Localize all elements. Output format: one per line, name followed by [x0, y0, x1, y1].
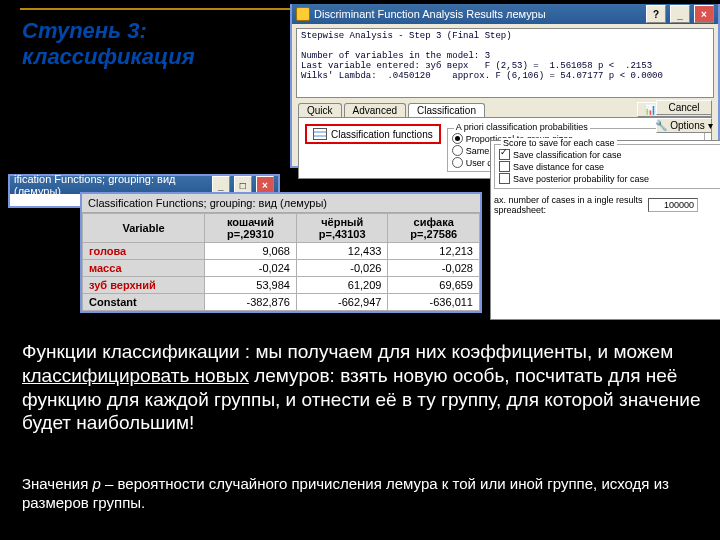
cell: 9,068 — [205, 243, 297, 260]
heading-line1: Ступень 3: — [22, 18, 147, 43]
cell: -0,028 — [388, 260, 480, 277]
cell: 69,659 — [388, 277, 480, 294]
check-save-class-label: Save classification for case — [513, 150, 622, 160]
classification-functions-button[interactable]: Classification functions — [305, 124, 441, 144]
sheet2-header: Classification Functions; grouping: вид … — [82, 194, 480, 213]
check-save-class[interactable] — [499, 149, 510, 160]
cell: -0,024 — [205, 260, 297, 277]
ncases-row: ax. number of cases in a ingle results s… — [494, 195, 720, 215]
priors-legend: A priori classification probabilities — [454, 122, 590, 132]
app-icon — [296, 7, 310, 21]
table-row: Constant -382,876 -662,947 -636,011 — [83, 294, 480, 311]
check-save-post-label: Save posterior probability for case — [513, 174, 649, 184]
results-titlebar[interactable]: Discriminant Function Analysis Results л… — [292, 4, 718, 24]
options-button[interactable]: 🔧 Options ▾ — [656, 118, 712, 133]
col-variable: Variable — [83, 214, 205, 243]
body-text: Функции классификации : мы получаем для … — [22, 340, 702, 435]
col-cat2: чёрный p=,43103 — [296, 214, 388, 243]
radio-user[interactable] — [452, 157, 463, 168]
ncases-label: ax. number of cases in a ingle results s… — [494, 195, 644, 215]
table-row: масса -0,024 -0,026 -0,028 — [83, 260, 480, 277]
cell: -0,026 — [296, 260, 388, 277]
score-legend: Score to save for each case — [501, 138, 617, 148]
cell: 61,209 — [296, 277, 388, 294]
radio-proportional[interactable] — [452, 133, 463, 144]
row-name: зуб верхний — [83, 277, 205, 294]
row-name: масса — [83, 260, 205, 277]
row-name: Constant — [83, 294, 205, 311]
close-button[interactable]: × — [694, 5, 714, 23]
score-group: Score to save for each case Save classif… — [494, 144, 720, 189]
slide-heading: Ступень 3: классификация — [22, 18, 195, 71]
cell: -662,947 — [296, 294, 388, 311]
col-cat1: кошачий p=,29310 — [205, 214, 297, 243]
cell: -636,011 — [388, 294, 480, 311]
cell: 12,213 — [388, 243, 480, 260]
score-save-panel: Score to save for each case Save classif… — [490, 140, 720, 320]
check-save-post[interactable] — [499, 173, 510, 184]
radio-same[interactable] — [452, 145, 463, 156]
tab-advanced[interactable]: Advanced — [344, 103, 406, 117]
results-summary-text: Stepwise Analysis - Step 3 (Final Step) … — [296, 28, 714, 98]
help-button[interactable]: ? — [646, 5, 666, 23]
cell: 12,433 — [296, 243, 388, 260]
row-name: голова — [83, 243, 205, 260]
classification-table: Variable кошачий p=,29310 чёрный p=,4310… — [82, 213, 480, 311]
tab-quick[interactable]: Quick — [298, 103, 342, 117]
grid-icon — [313, 128, 327, 140]
col-cat3: сифака p=,27586 — [388, 214, 480, 243]
table-row: зуб верхний 53,984 61,209 69,659 — [83, 277, 480, 294]
sheet2-window: Classification Functions; grouping: вид … — [80, 192, 482, 313]
cell: -382,876 — [205, 294, 297, 311]
underline-phrase: классифицировать новых — [22, 365, 249, 386]
minimize-button[interactable]: _ — [670, 5, 690, 23]
cancel-button[interactable]: Cancel — [656, 100, 712, 115]
cell: 53,984 — [205, 277, 297, 294]
check-save-dist-label: Save distance for case — [513, 162, 604, 172]
note-text: Значения p – вероятности случайного прич… — [22, 475, 702, 513]
p-italic: p — [92, 475, 100, 492]
table-row: голова 9,068 12,433 12,213 — [83, 243, 480, 260]
tab-row: Quick Advanced Classification 📊 Summary — [292, 102, 718, 117]
heading-line2: классификация — [22, 44, 195, 69]
ncases-input[interactable] — [648, 198, 698, 212]
right-button-column: Cancel 🔧 Options ▾ — [656, 100, 712, 133]
results-title: Discriminant Function Analysis Results л… — [314, 8, 546, 20]
tab-classification[interactable]: Classification — [408, 103, 485, 117]
check-save-dist[interactable] — [499, 161, 510, 172]
